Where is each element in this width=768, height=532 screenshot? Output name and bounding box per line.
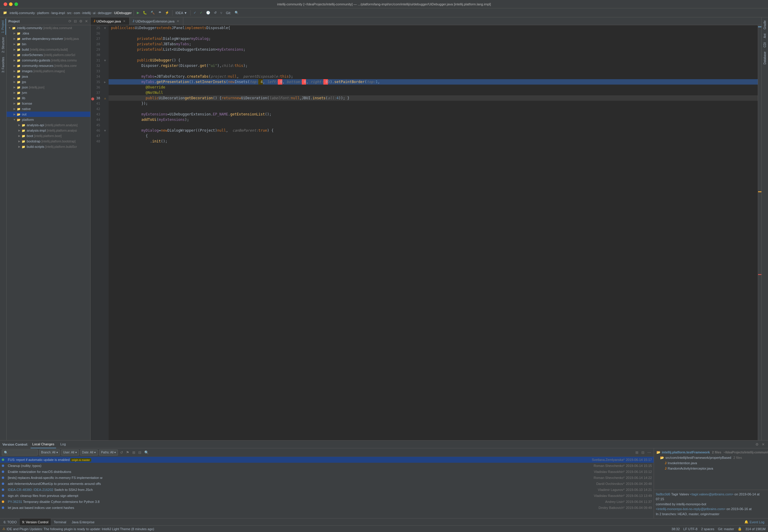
breadcrumb-com[interactable]: com (74, 11, 80, 15)
vc-link-idea[interactable]: IDEA-216202 (34, 488, 53, 492)
tab-uidebugger-close[interactable]: ✕ (122, 19, 126, 23)
tree-item-platform[interactable]: ▼ 📂 platform (7, 117, 90, 122)
tree-item-idea[interactable]: ▶ 📁 .idea (7, 31, 90, 36)
breadcrumb-project[interactable]: intellij-community (10, 11, 35, 15)
breadcrumb-ui[interactable]: ui (93, 11, 96, 15)
git-refresh-button[interactable]: ↺ (213, 10, 218, 16)
vc-path-filter[interactable]: Paths: All ▾ (99, 450, 118, 456)
tree-item-colorschemes[interactable]: ▶ 📁 colorSchemes [intellij.platform.colo… (7, 52, 90, 58)
maximize-button[interactable] (14, 2, 18, 6)
tree-item-build[interactable]: ▶ 📁 build [intellij.idea.community.build… (7, 47, 90, 52)
tree-item-aether[interactable]: ▶ 📁 aether-dependency-resolver [intellij… (7, 36, 90, 41)
vc-detail-file2[interactable]: J RandomActivityInterceptor.java (655, 466, 767, 471)
vc-detail-file1[interactable]: J InvokeIntention.java (655, 460, 767, 466)
tab-java-enterprise[interactable]: Java Enterprise (69, 519, 97, 526)
vc-layout1-button[interactable]: ⊞ (635, 450, 639, 456)
sidebar-item-ant[interactable]: Ant (762, 32, 767, 40)
vc-detail-module[interactable]: 📂 intellij.platform.testFramework 2 file… (655, 450, 767, 455)
tab-uidebuggerext-close[interactable]: ✕ (176, 19, 180, 23)
tree-item-bootstrap[interactable]: ▶ 📁 bootstrap [intellij.platform.bootstr… (7, 139, 90, 144)
vc-user-filter[interactable]: User: All ▾ (61, 450, 79, 456)
git-clock-button[interactable]: 🕐 (205, 10, 211, 16)
sidebar-item-favorites[interactable]: 3: Favorites (1, 55, 6, 74)
tree-item-native[interactable]: ▶ 📁 native (7, 106, 90, 112)
git-branch-button[interactable]: ⑂ (219, 10, 223, 16)
tree-item-images[interactable]: ▶ 📁 images [intellij.platform.images] (7, 68, 90, 74)
project-close-button[interactable]: ✕ (84, 19, 88, 24)
fold-25[interactable]: ▼ (104, 26, 106, 30)
tree-item-json[interactable]: ▶ 📁 json [intellij.json] (7, 85, 90, 90)
breadcrumb-debugger[interactable]: debugger (98, 11, 112, 15)
toolbar-folder-icon[interactable]: 📁 (2, 10, 8, 16)
status-git[interactable]: Git: master (718, 527, 734, 531)
fold-31[interactable]: ▼ (104, 59, 106, 62)
vc-cherry-pick-button[interactable]: ⚑ (125, 450, 130, 456)
sidebar-item-structure[interactable]: 2: Structure (1, 35, 6, 55)
vc-more-button[interactable]: ⋯ (647, 450, 652, 456)
vc-row-8[interactable]: PY-36231 Temporary disable Cython extens… (0, 499, 654, 505)
git-check-button[interactable]: ✓ (199, 10, 204, 16)
project-sync-button[interactable]: ⟳ (68, 19, 72, 24)
vc-row-5[interactable]: add #elementsAroundOffsetUp to process e… (0, 481, 654, 487)
vc-expand-button[interactable]: ⊞ (131, 450, 136, 456)
vc-link-py[interactable]: PY-36231 (8, 500, 22, 504)
status-encoding[interactable]: LF UTF-8 (683, 527, 698, 531)
tree-item-analysis-impl[interactable]: ▶ 📁 analysis-impl [intellij.platform.ana… (7, 128, 90, 133)
breadcrumb-platform[interactable]: platform (37, 11, 49, 15)
vc-row-4[interactable]: [tests] replaces Android-specific in-mem… (0, 475, 654, 481)
breadcrumb-src[interactable]: src (67, 11, 72, 15)
vc-row-1[interactable]: FUS: report if automatic update is enabl… (0, 457, 654, 463)
sidebar-item-project[interactable]: 1: Project (0, 19, 6, 35)
vc-row-2[interactable]: Cleanup (nullity; typos) Roman Shevchenk… (0, 463, 654, 469)
idea-dropdown[interactable]: IDEA ▼ (174, 10, 188, 16)
vc-tab-local[interactable]: Local Changes (31, 441, 56, 448)
tree-item-root[interactable]: ▼ 📁 intellij-community [intellij.idea.co… (7, 25, 90, 31)
vc-row-3[interactable]: Enable notarization for macOS distributi… (0, 469, 654, 475)
tree-item-java[interactable]: ▶ 📁 java (7, 74, 90, 79)
vc-layout2-button[interactable]: ⊟ (641, 450, 645, 456)
project-collapse-button[interactable]: ⊟ (73, 19, 77, 24)
tab-uidebuggerext[interactable]: J UiDebuggerExtension.java ✕ (130, 17, 183, 25)
fold-35[interactable]: ▶ (104, 80, 106, 84)
breadcrumb-intellij[interactable]: intellij (82, 11, 91, 15)
vc-search2-button[interactable]: 🔍 (143, 450, 150, 456)
vc-close-button[interactable]: ✕ (761, 441, 766, 447)
event-log-button[interactable]: 🔔 Event Log (742, 519, 767, 526)
tab-todo[interactable]: 6: TODO (1, 519, 19, 526)
sidebar-item-database[interactable]: Database (762, 50, 767, 66)
breakpoint-dot[interactable] (91, 97, 94, 100)
vc-row-6[interactable]: IDEA-CR-48380: IDEA-216202 Switch to SSH… (0, 487, 654, 493)
tree-item-lib[interactable]: ▶ 📁 lib (7, 95, 90, 101)
project-settings-button[interactable]: ⚙ (79, 19, 83, 24)
vc-branch-filter[interactable]: Branch: All ▾ (39, 450, 60, 456)
tree-item-analysis-api[interactable]: ▶ 📁 analysis-api [intellij.platform.anal… (7, 122, 90, 128)
breadcrumb-lang-impl[interactable]: lang-impl (51, 11, 65, 15)
tree-item-guitests[interactable]: ▶ 📁 community-guitests [intellij.idea.co… (7, 58, 90, 63)
git-label[interactable]: Git: (225, 10, 232, 16)
tree-item-jvm[interactable]: ▶ 📁 jvm (7, 90, 90, 95)
vc-row-7[interactable]: sign.sh: cleanup files from previous sig… (0, 493, 654, 499)
fold-46[interactable]: ▼ (104, 129, 106, 132)
tab-terminal[interactable]: Terminal (51, 519, 69, 526)
tree-item-bin[interactable]: ▶ 📁 bin (7, 41, 90, 47)
tree-item-boot[interactable]: ▶ 📁 boot [intellij.platform.boot] (7, 133, 90, 139)
vc-link-cr[interactable]: IDEA-CR-48380 (8, 488, 31, 492)
code-content[interactable]: public class UiDebugger extends JPanel i… (109, 25, 758, 440)
vc-settings-button[interactable]: ⚙ (755, 441, 760, 447)
tree-item-license[interactable]: ▶ 📁 license (7, 101, 90, 106)
minimize-button[interactable] (9, 2, 13, 6)
debug-button[interactable]: 🐛 (142, 10, 148, 16)
tab-uidebugger[interactable]: J UiDebugger.java ✕ (91, 17, 130, 25)
sidebar-item-gradle[interactable]: Gradle (762, 19, 767, 31)
build-button[interactable]: 🔨 (149, 10, 156, 16)
tree-item-jps[interactable]: ▶ 📁 jps (7, 79, 90, 85)
vc-row-9[interactable]: let java ast based indices use content h… (0, 505, 654, 511)
run-button[interactable]: ▶ (136, 10, 140, 16)
tree-item-build-scripts[interactable]: ▶ 📁 build-scripts [intellij.platform.bui… (7, 144, 90, 149)
coverage-button[interactable]: ☂ (157, 10, 163, 16)
tree-item-out[interactable]: ▶ 📂 out (7, 112, 90, 117)
vc-detail-subfolder[interactable]: 📂 src/com/intellij/testFramework/propert… (655, 455, 767, 460)
vc-date-filter[interactable]: Date: All ▾ (80, 450, 98, 456)
tab-version-control[interactable]: 9: Version Control (20, 519, 51, 526)
tree-item-resources[interactable]: ▶ 📁 community-resources [intellij.idea.c… (7, 63, 90, 68)
